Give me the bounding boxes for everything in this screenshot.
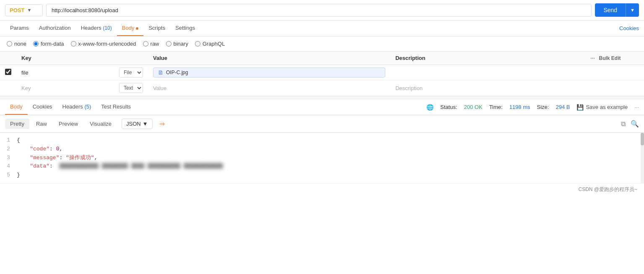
response-more-icon[interactable]: ··· [634, 104, 639, 110]
code-line-1: 1 { [0, 136, 644, 145]
value-cell: 🗎 OIP-C.jpg [148, 65, 390, 80]
url-input[interactable] [46, 4, 592, 17]
code-line-3: 3 "message": "操作成功", [0, 154, 644, 163]
line-num-4: 4 [0, 162, 17, 171]
tab-settings[interactable]: Settings [170, 21, 200, 36]
code-line-4: 4 "data": ████████████ ████████ ████ ███… [0, 162, 644, 171]
body-dot-icon [136, 27, 138, 30]
radio-raw-input[interactable] [143, 41, 148, 47]
radio-form-data-label: form-data [41, 41, 64, 47]
radio-raw-label: raw [151, 41, 159, 47]
send-button-group: Send ▼ [595, 3, 639, 17]
request-tabs: Params Authorization Headers (10) Body S… [0, 21, 644, 36]
table-more-icon[interactable]: ··· [590, 55, 595, 61]
tab-headers[interactable]: Headers (10) [76, 21, 117, 36]
line-content-1: { [17, 136, 644, 145]
radio-urlencoded-input[interactable] [71, 41, 76, 47]
globe-icon: 🌐 [426, 104, 434, 111]
format-json-select[interactable]: JSON ▼ [122, 119, 153, 129]
radio-none-input[interactable] [7, 41, 12, 47]
radio-binary-input[interactable] [166, 41, 171, 47]
response-headers-badge: (5) [84, 103, 91, 110]
value-placeholder[interactable]: Value [148, 80, 390, 96]
json-chevron-icon: ▼ [143, 121, 148, 127]
line-content-2: "code": 0, [17, 145, 644, 154]
table-row-empty: Key Text File Value Description [0, 80, 644, 96]
response-tab-headers[interactable]: Headers (5) [57, 99, 96, 115]
line-num-3: 3 [0, 154, 17, 163]
radio-binary-label: binary [174, 41, 188, 47]
empty-type-select[interactable]: Text File [119, 83, 143, 93]
radio-graphql-label: GraphQL [203, 41, 225, 47]
tab-body[interactable]: Body [117, 21, 144, 36]
method-chevron-icon: ▼ [27, 8, 31, 13]
radio-graphql-input[interactable] [195, 41, 200, 47]
col-description: Description [390, 52, 585, 65]
file-value-badge: 🗎 OIP-C.jpg [153, 67, 385, 78]
watermark: CSDN @爱跑步的程序员~ [0, 183, 644, 196]
wrap-lines-icon[interactable]: ⇒ [159, 120, 165, 128]
key-cell: file [16, 65, 114, 80]
description-placeholder[interactable]: Description [390, 80, 585, 96]
body-type-row: none form-data x-www-form-urlencoded raw… [0, 36, 644, 52]
fmt-tab-preview[interactable]: Preview [54, 119, 83, 129]
code-line-5: 5 } [0, 171, 644, 180]
cookies-link[interactable]: Cookies [619, 25, 639, 31]
line-num-2: 2 [0, 145, 17, 154]
col-value: Value [148, 52, 390, 65]
section-divider [0, 96, 644, 99]
tab-params[interactable]: Params [5, 21, 34, 36]
top-bar: POST ▼ Send ▼ [0, 0, 644, 21]
file-icon: 🗎 [158, 69, 164, 76]
code-area: 1 { 2 "code": 0, 3 "message": "操作成功", 4 … [0, 133, 644, 183]
tab-scripts[interactable]: Scripts [143, 21, 170, 36]
fmt-tab-pretty[interactable]: Pretty [5, 119, 29, 129]
format-bar: Pretty Raw Preview Visualize JSON ▼ ⇒ ⧉ … [0, 115, 644, 133]
line-content-5: } [17, 171, 644, 180]
radio-raw[interactable]: raw [143, 41, 159, 47]
status-label: Status: [440, 104, 457, 110]
radio-binary[interactable]: binary [166, 41, 188, 47]
method-selector[interactable]: POST ▼ [5, 4, 43, 16]
response-tabs: Body Cookies Headers (5) Test Results 🌐 … [0, 99, 644, 115]
send-button[interactable]: Send [595, 3, 626, 17]
radio-form-data[interactable]: form-data [33, 41, 64, 47]
line-content-4: "data": ████████████ ████████ ████ █████… [17, 162, 644, 171]
headers-badge: (10) [103, 25, 112, 31]
radio-none-label: none [14, 41, 26, 47]
response-tab-body[interactable]: Body [5, 99, 28, 115]
description-cell [390, 65, 585, 80]
save-icon: 💾 [576, 104, 584, 111]
bulk-edit-button[interactable]: Bulk Edit [599, 55, 621, 61]
copy-icon[interactable]: ⧉ [621, 120, 626, 128]
line-num-5: 5 [0, 171, 17, 180]
response-tab-test-results[interactable]: Test Results [96, 99, 136, 115]
file-name: OIP-C.jpg [166, 70, 188, 75]
vertical-scrollbar[interactable] [641, 133, 644, 183]
row-checkbox[interactable] [5, 69, 11, 75]
send-dropdown-button[interactable]: ▼ [626, 3, 639, 17]
size-label: Size: [537, 104, 549, 110]
fmt-tab-raw[interactable]: Raw [31, 119, 52, 129]
radio-urlencoded[interactable]: x-www-form-urlencoded [71, 41, 136, 47]
table-row: file File Text 🗎 OIP-C.jpg [0, 65, 644, 80]
key-placeholder[interactable]: Key [16, 80, 114, 96]
response-tab-cookies[interactable]: Cookies [28, 99, 57, 115]
tab-authorization[interactable]: Authorization [34, 21, 76, 36]
radio-form-data-input[interactable] [33, 41, 39, 47]
time-value: 1198 ms [509, 104, 530, 110]
scrollbar-thumb[interactable] [641, 133, 644, 145]
fmt-tab-visualize[interactable]: Visualize [85, 119, 117, 129]
response-meta: 🌐 Status: 200 OK Time: 1198 ms Size: 294… [426, 104, 639, 111]
radio-none[interactable]: none [7, 41, 26, 47]
code-line-2: 2 "code": 0, [0, 145, 644, 154]
nav-right: Cookies [619, 25, 639, 31]
time-label: Time: [489, 104, 503, 110]
line-content-3: "message": "操作成功", [17, 154, 644, 163]
save-example-button[interactable]: 💾 Save as example [576, 104, 628, 111]
search-icon[interactable]: 🔍 [631, 120, 639, 128]
radio-graphql[interactable]: GraphQL [195, 41, 225, 47]
type-select[interactable]: File Text [119, 67, 143, 78]
line-num-1: 1 [0, 136, 17, 145]
radio-urlencoded-label: x-www-form-urlencoded [78, 41, 136, 47]
